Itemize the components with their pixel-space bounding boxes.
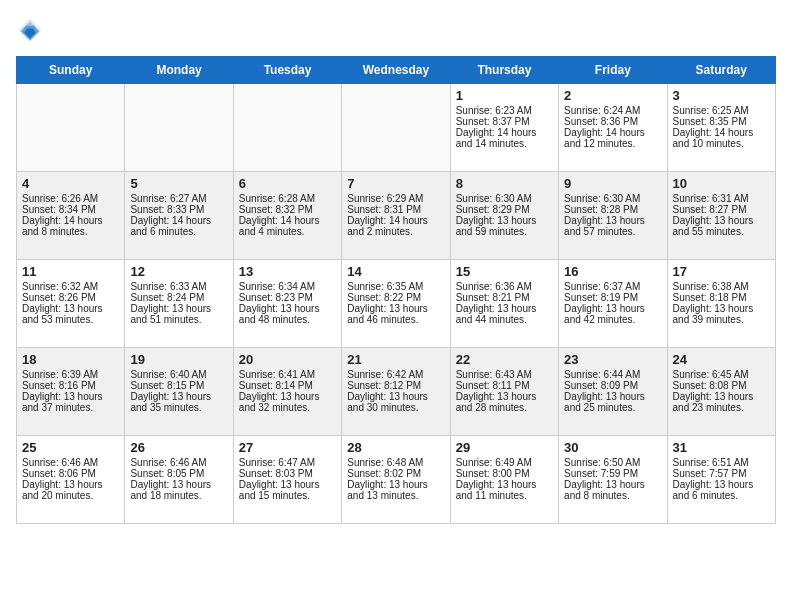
day-info: Sunset: 8:03 PM [239, 468, 336, 479]
day-info: Sunset: 8:09 PM [564, 380, 661, 391]
week-row-1: 1Sunrise: 6:23 AMSunset: 8:37 PMDaylight… [17, 84, 776, 172]
calendar-cell: 12Sunrise: 6:33 AMSunset: 8:24 PMDayligh… [125, 260, 233, 348]
day-info: Sunset: 8:22 PM [347, 292, 444, 303]
calendar-cell: 28Sunrise: 6:48 AMSunset: 8:02 PMDayligh… [342, 436, 450, 524]
day-number: 8 [456, 176, 553, 191]
day-info: Sunset: 8:05 PM [130, 468, 227, 479]
day-info: Sunset: 8:16 PM [22, 380, 119, 391]
day-info: Daylight: 13 hours and 13 minutes. [347, 479, 444, 501]
day-info: Sunset: 8:33 PM [130, 204, 227, 215]
calendar-cell: 27Sunrise: 6:47 AMSunset: 8:03 PMDayligh… [233, 436, 341, 524]
day-info: Daylight: 13 hours and 42 minutes. [564, 303, 661, 325]
week-row-4: 18Sunrise: 6:39 AMSunset: 8:16 PMDayligh… [17, 348, 776, 436]
header-sunday: Sunday [17, 57, 125, 84]
day-number: 28 [347, 440, 444, 455]
day-info: Daylight: 13 hours and 20 minutes. [22, 479, 119, 501]
day-number: 21 [347, 352, 444, 367]
calendar-cell: 17Sunrise: 6:38 AMSunset: 8:18 PMDayligh… [667, 260, 775, 348]
week-row-2: 4Sunrise: 6:26 AMSunset: 8:34 PMDaylight… [17, 172, 776, 260]
day-info: Sunrise: 6:25 AM [673, 105, 770, 116]
day-info: Daylight: 14 hours and 2 minutes. [347, 215, 444, 237]
day-number: 7 [347, 176, 444, 191]
day-info: Sunrise: 6:43 AM [456, 369, 553, 380]
day-info: Sunset: 8:37 PM [456, 116, 553, 127]
day-info: Sunset: 8:12 PM [347, 380, 444, 391]
calendar-cell: 16Sunrise: 6:37 AMSunset: 8:19 PMDayligh… [559, 260, 667, 348]
calendar-cell: 31Sunrise: 6:51 AMSunset: 7:57 PMDayligh… [667, 436, 775, 524]
day-info: Sunrise: 6:42 AM [347, 369, 444, 380]
day-info: Daylight: 13 hours and 28 minutes. [456, 391, 553, 413]
calendar-cell [233, 84, 341, 172]
calendar-cell: 19Sunrise: 6:40 AMSunset: 8:15 PMDayligh… [125, 348, 233, 436]
day-info: Sunset: 8:19 PM [564, 292, 661, 303]
calendar-cell: 24Sunrise: 6:45 AMSunset: 8:08 PMDayligh… [667, 348, 775, 436]
day-number: 24 [673, 352, 770, 367]
day-number: 12 [130, 264, 227, 279]
calendar-cell: 25Sunrise: 6:46 AMSunset: 8:06 PMDayligh… [17, 436, 125, 524]
day-info: Sunset: 8:34 PM [22, 204, 119, 215]
calendar-cell: 15Sunrise: 6:36 AMSunset: 8:21 PMDayligh… [450, 260, 558, 348]
calendar-header: SundayMondayTuesdayWednesdayThursdayFrid… [17, 57, 776, 84]
calendar-cell: 18Sunrise: 6:39 AMSunset: 8:16 PMDayligh… [17, 348, 125, 436]
calendar-cell: 13Sunrise: 6:34 AMSunset: 8:23 PMDayligh… [233, 260, 341, 348]
day-info: Sunset: 8:35 PM [673, 116, 770, 127]
calendar-cell: 22Sunrise: 6:43 AMSunset: 8:11 PMDayligh… [450, 348, 558, 436]
day-number: 15 [456, 264, 553, 279]
day-info: Daylight: 14 hours and 6 minutes. [130, 215, 227, 237]
day-info: Sunset: 8:23 PM [239, 292, 336, 303]
day-info: Sunrise: 6:32 AM [22, 281, 119, 292]
calendar-cell: 5Sunrise: 6:27 AMSunset: 8:33 PMDaylight… [125, 172, 233, 260]
day-info: Daylight: 13 hours and 8 minutes. [564, 479, 661, 501]
day-number: 9 [564, 176, 661, 191]
day-number: 4 [22, 176, 119, 191]
day-info: Sunrise: 6:45 AM [673, 369, 770, 380]
day-info: Daylight: 13 hours and 23 minutes. [673, 391, 770, 413]
day-info: Sunrise: 6:28 AM [239, 193, 336, 204]
day-info: Sunrise: 6:40 AM [130, 369, 227, 380]
calendar-cell: 7Sunrise: 6:29 AMSunset: 8:31 PMDaylight… [342, 172, 450, 260]
day-info: Sunrise: 6:47 AM [239, 457, 336, 468]
week-row-3: 11Sunrise: 6:32 AMSunset: 8:26 PMDayligh… [17, 260, 776, 348]
day-info: Sunrise: 6:49 AM [456, 457, 553, 468]
day-info: Daylight: 13 hours and 57 minutes. [564, 215, 661, 237]
day-info: Sunset: 8:26 PM [22, 292, 119, 303]
day-info: Sunset: 8:28 PM [564, 204, 661, 215]
day-number: 1 [456, 88, 553, 103]
calendar-cell [125, 84, 233, 172]
day-info: Daylight: 14 hours and 4 minutes. [239, 215, 336, 237]
page-header [16, 16, 776, 44]
day-info: Daylight: 13 hours and 53 minutes. [22, 303, 119, 325]
day-number: 27 [239, 440, 336, 455]
calendar-cell: 14Sunrise: 6:35 AMSunset: 8:22 PMDayligh… [342, 260, 450, 348]
day-number: 23 [564, 352, 661, 367]
day-info: Sunrise: 6:46 AM [130, 457, 227, 468]
day-number: 18 [22, 352, 119, 367]
day-number: 30 [564, 440, 661, 455]
calendar-cell: 20Sunrise: 6:41 AMSunset: 8:14 PMDayligh… [233, 348, 341, 436]
day-info: Daylight: 13 hours and 25 minutes. [564, 391, 661, 413]
day-info: Sunset: 8:02 PM [347, 468, 444, 479]
day-info: Daylight: 14 hours and 10 minutes. [673, 127, 770, 149]
day-info: Daylight: 13 hours and 59 minutes. [456, 215, 553, 237]
header-wednesday: Wednesday [342, 57, 450, 84]
day-info: Sunrise: 6:46 AM [22, 457, 119, 468]
day-info: Daylight: 13 hours and 30 minutes. [347, 391, 444, 413]
day-info: Sunrise: 6:35 AM [347, 281, 444, 292]
day-info: Daylight: 14 hours and 8 minutes. [22, 215, 119, 237]
week-row-5: 25Sunrise: 6:46 AMSunset: 8:06 PMDayligh… [17, 436, 776, 524]
day-number: 31 [673, 440, 770, 455]
day-info: Sunrise: 6:44 AM [564, 369, 661, 380]
day-number: 22 [456, 352, 553, 367]
day-info: Sunrise: 6:51 AM [673, 457, 770, 468]
day-info: Sunset: 7:57 PM [673, 468, 770, 479]
calendar-cell: 8Sunrise: 6:30 AMSunset: 8:29 PMDaylight… [450, 172, 558, 260]
day-number: 17 [673, 264, 770, 279]
day-info: Daylight: 13 hours and 51 minutes. [130, 303, 227, 325]
day-info: Sunrise: 6:34 AM [239, 281, 336, 292]
calendar-cell: 2Sunrise: 6:24 AMSunset: 8:36 PMDaylight… [559, 84, 667, 172]
day-number: 29 [456, 440, 553, 455]
calendar-table: SundayMondayTuesdayWednesdayThursdayFrid… [16, 56, 776, 524]
day-number: 6 [239, 176, 336, 191]
day-info: Sunset: 8:32 PM [239, 204, 336, 215]
day-info: Daylight: 13 hours and 32 minutes. [239, 391, 336, 413]
